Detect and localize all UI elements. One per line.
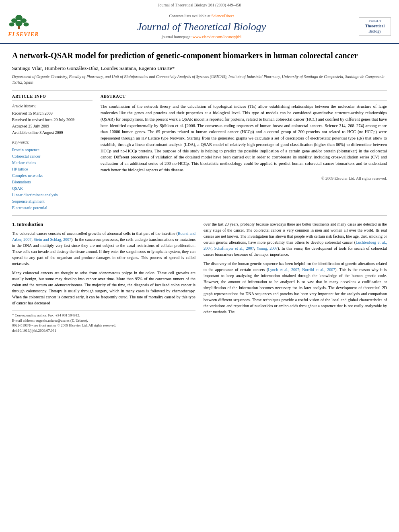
section-number: 1. bbox=[12, 222, 17, 227]
logo-biology: Biology bbox=[361, 29, 389, 34]
svg-point-4 bbox=[15, 21, 22, 26]
keyword-item: QSAR bbox=[12, 185, 93, 192]
keyword-item: Electrostatic potential bbox=[12, 205, 93, 211]
article-info-row: Article Info Article history: Received 1… bbox=[12, 94, 387, 211]
footer-email-value: eugenio.uriarte@usc.es (E. Uriarte). bbox=[35, 318, 88, 322]
keywords-label: Keywords: bbox=[12, 140, 93, 145]
article-info-label: Article Info bbox=[12, 94, 93, 101]
main-content: A network-QSAR model for prediction of g… bbox=[0, 44, 399, 341]
keyword-item: Sequence alignment bbox=[12, 198, 93, 205]
body-right: over the last 20 years, probably because… bbox=[204, 221, 387, 333]
keywords-list: Protein sequenceColorectal cancerMarkov … bbox=[12, 147, 93, 211]
keyword-item: Linear discriminant analysis bbox=[12, 192, 93, 198]
article-info-left: Article Info Article history: Received 1… bbox=[12, 94, 93, 211]
homepage-url[interactable]: www.elsevier.com/locate/yjtbi bbox=[193, 35, 242, 39]
logo-theoretical: Theoretical bbox=[361, 23, 389, 29]
authors: Santiago Vilar, Humberto González-Díaz, … bbox=[12, 65, 387, 72]
ref-norrild[interactable]: Norrild et al., 2007 bbox=[302, 267, 335, 272]
copyright-line: © 2009 Elsevier Ltd. All rights reserved… bbox=[101, 176, 387, 181]
ref-lynch[interactable]: Lynch et al., 2007 bbox=[268, 267, 299, 272]
footer-issn: 0022-5193/$ - see front matter © 2009 El… bbox=[12, 323, 195, 328]
journal-logo-box: Journal of Theoretical Biology bbox=[359, 17, 391, 36]
journal-homepage: journal homepage: www.elsevier.com/locat… bbox=[52, 34, 351, 40]
introduction-title: 1. Introduction bbox=[12, 221, 195, 228]
sciencedirect-link[interactable]: ScienceDirect bbox=[211, 14, 234, 18]
body-content: 1. Introduction The colorectal cancer co… bbox=[12, 221, 387, 333]
elsevier-logo-area: ELSEVIER bbox=[8, 14, 44, 39]
intro-paragraph-1: The colorectal cancer consists of uncont… bbox=[12, 230, 195, 267]
keyword-item: Biomarkers bbox=[12, 179, 93, 185]
footer-corresponding: * Corresponding author. Fax: +34 981 594… bbox=[12, 313, 195, 318]
article-title: A network-QSAR model for prediction of g… bbox=[12, 50, 387, 61]
footer-email-label: E-mail address: bbox=[12, 318, 35, 322]
journal-citation: Journal of Theoretical Biology 261 (2009… bbox=[158, 3, 241, 7]
footer-email: E-mail address: eugenio.uriarte@usc.es (… bbox=[12, 318, 195, 323]
svg-point-3 bbox=[9, 23, 14, 27]
ref-schafmayer[interactable]: Schafmayer et al., 2007 bbox=[214, 246, 254, 251]
revised-date: Received in revised form 20 July 2009 bbox=[12, 117, 93, 123]
section-divider-2 bbox=[12, 215, 387, 216]
svg-rect-6 bbox=[18, 26, 20, 29]
footer-doi: doi:10.1016/j.jtbi.2009.07.031 bbox=[12, 328, 195, 333]
logo-journal-of: Journal of bbox=[361, 19, 389, 23]
body-left: 1. Introduction The colorectal cancer co… bbox=[12, 221, 195, 333]
elsevier-tree-icon bbox=[8, 14, 30, 31]
intro-paragraph-3: over the last 20 years, probably because… bbox=[204, 221, 387, 257]
keyword-item: HP lattice bbox=[12, 166, 93, 173]
abstract-text: The combination of the network theory an… bbox=[101, 103, 387, 173]
article-info-right: Abstract The combination of the network … bbox=[101, 94, 387, 211]
intro-paragraph-4: The discovery of the human genetic seque… bbox=[204, 261, 387, 315]
affiliation: Department of Organic Chemistry, Faculty… bbox=[12, 74, 387, 85]
page-wrapper: Journal of Theoretical Biology 261 (2009… bbox=[0, 0, 399, 532]
top-bar: Journal of Theoretical Biology 261 (2009… bbox=[0, 0, 399, 9]
journal-title-main: Journal of Theoretical Biology bbox=[52, 21, 351, 33]
abstract-label: Abstract bbox=[101, 94, 387, 101]
footer-notes: * Corresponding author. Fax: +34 981 594… bbox=[12, 310, 195, 333]
journal-center: Contents lists available at ScienceDirec… bbox=[52, 13, 351, 40]
homepage-label: journal homepage: bbox=[162, 35, 192, 39]
ref-stein[interactable]: Stein and Schlag, 2007 bbox=[34, 237, 71, 242]
received-date: Received 15 March 2009 bbox=[12, 111, 93, 116]
contents-line: Contents lists available at ScienceDirec… bbox=[52, 13, 351, 19]
keyword-item: Markov chains bbox=[12, 160, 93, 166]
section-divider-1 bbox=[12, 90, 387, 90]
available-date: Available online 3 August 2009 bbox=[12, 130, 93, 136]
keyword-item: Complex networks bbox=[12, 173, 93, 179]
ref-young[interactable]: Young, 2007 bbox=[257, 246, 278, 251]
svg-point-5 bbox=[23, 23, 29, 27]
keyword-item: Colorectal cancer bbox=[12, 153, 93, 160]
keyword-item: Protein sequence bbox=[12, 147, 93, 153]
elsevier-logo-svg: ELSEVIER bbox=[8, 14, 44, 39]
accepted-date: Accepted 25 July 2009 bbox=[12, 123, 93, 129]
elsevier-brand-text: ELSEVIER bbox=[8, 31, 39, 39]
section-title-text: Introduction bbox=[17, 222, 43, 227]
intro-paragraph-2: Many colorectal cancers are thought to a… bbox=[12, 270, 195, 306]
contents-label: Contents lists available at bbox=[169, 14, 210, 18]
history-label: Article history: bbox=[12, 103, 93, 109]
journal-header: ELSEVIER Contents lists available at Sci… bbox=[0, 9, 399, 44]
